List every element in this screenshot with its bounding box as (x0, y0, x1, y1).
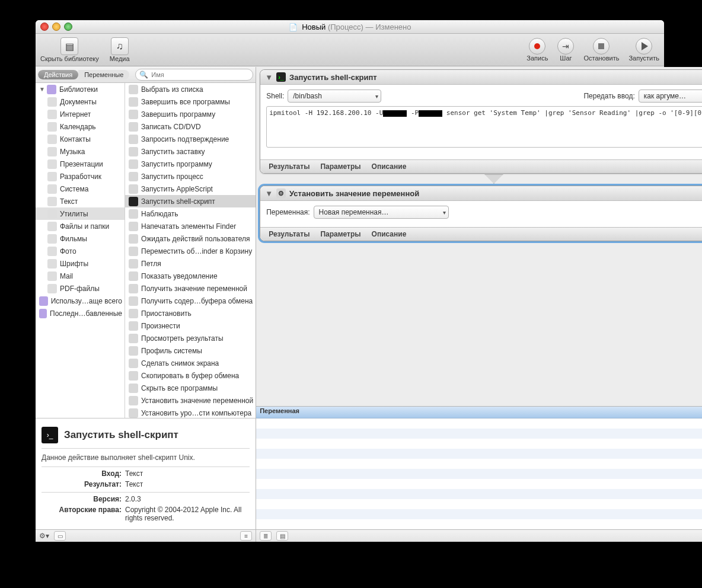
stop-button[interactable]: Остановить (583, 38, 619, 62)
disclosure-icon[interactable]: ▼ (265, 73, 273, 82)
action-item[interactable]: Установить значение переменной (125, 394, 256, 407)
category-item[interactable]: Mail (36, 270, 125, 282)
pass-input-value: как аргуме… (644, 92, 686, 100)
tab-results[interactable]: Результаты (269, 162, 309, 171)
action-item[interactable]: Сделать снимок экрана (125, 357, 256, 369)
action-item[interactable]: Завершить все программы (125, 95, 256, 108)
action-item[interactable]: Наблюдать (125, 207, 256, 220)
script-textarea[interactable]: ipmitool -H 192.168.200.10 -U -P sensor … (266, 106, 702, 148)
close-window-button[interactable] (40, 23, 49, 31)
run-button[interactable]: Запустить (628, 38, 659, 62)
gear-menu-icon[interactable]: ⚙︎▾ (39, 532, 49, 540)
action-item[interactable]: Произнести (125, 319, 256, 332)
action-item[interactable]: Скопировать в буфер обмена (125, 369, 256, 382)
category-most-used[interactable]: Использу…аще всего (36, 295, 125, 307)
tab-options[interactable]: Параметры (320, 230, 360, 238)
category-icon (47, 122, 57, 132)
tab-actions[interactable]: Действия (38, 70, 78, 79)
action-item[interactable]: Показать уведомление (125, 270, 256, 282)
action-header[interactable]: ▼ ⚙︎ Установить значение переменной ✕ (260, 186, 702, 201)
action-item[interactable]: Запустить заставку (125, 145, 256, 158)
record-button[interactable]: Запись (526, 38, 548, 62)
action-item[interactable]: Напечатать элементы Finder (125, 220, 256, 232)
category-item[interactable]: Интернет (36, 108, 125, 120)
action-item[interactable]: Ожидать действий пользователя (125, 232, 256, 245)
variable-label: Переменная: (266, 208, 309, 216)
action-set-variable[interactable]: ▼ ⚙︎ Установить значение переменной ✕ Пе… (260, 186, 702, 241)
action-item[interactable]: Получить содер…буфера обмена (125, 295, 256, 307)
action-item[interactable]: Скрыть все программы (125, 382, 256, 394)
tab-variables[interactable]: Переменные (78, 70, 129, 79)
step-button[interactable]: ⇥ Шаг (557, 38, 574, 62)
action-item[interactable]: Запросить подтверждение (125, 133, 256, 145)
action-label: Профиль системы (141, 347, 202, 355)
action-item[interactable]: Выбрать из списка (125, 83, 256, 95)
category-icon (47, 234, 57, 244)
category-item[interactable]: Разработчик (36, 170, 125, 183)
action-label: Запустить AppleScript (141, 185, 213, 193)
action-item[interactable]: Петля (125, 257, 256, 270)
category-item[interactable]: Документы (36, 95, 125, 108)
action-icon (129, 135, 138, 144)
category-label: Mail (60, 272, 73, 280)
pass-input-select[interactable]: как аргуме… (639, 90, 702, 103)
variables-header[interactable]: Переменная (256, 407, 702, 418)
category-item[interactable]: PDF-файлы (36, 282, 125, 295)
action-run-shell-script[interactable]: ▼ ›_ Запустить shell-скрипт ✕ Shell: /bi… (260, 69, 702, 174)
action-item[interactable]: Приостановить (125, 307, 256, 319)
list-view-button[interactable]: ≣ (260, 531, 272, 541)
category-item[interactable]: Презентации (36, 158, 125, 170)
category-icon (47, 209, 57, 219)
column-view-button[interactable]: ≡ (240, 531, 252, 541)
action-header[interactable]: ▼ ›_ Запустить shell-скрипт ✕ (260, 70, 702, 85)
action-item[interactable]: Запустить AppleScript (125, 183, 256, 195)
variables-body[interactable] (256, 418, 702, 529)
action-item[interactable]: Переместить об…inder в Корзину (125, 245, 256, 257)
category-item[interactable]: Контакты (36, 133, 125, 145)
category-item[interactable]: Утилиты (36, 207, 125, 220)
action-item[interactable]: Запустить процесс (125, 170, 256, 183)
search-input[interactable] (150, 71, 249, 79)
disclosure-icon[interactable]: ▼ (265, 189, 273, 198)
category-item[interactable]: Фото (36, 245, 125, 257)
tab-description[interactable]: Описание (372, 162, 407, 171)
category-item[interactable]: Шрифты (36, 257, 125, 270)
workflow-canvas[interactable]: ▼ ›_ Запустить shell-скрипт ✕ Shell: /bi… (256, 67, 702, 406)
action-item[interactable]: Запустить shell-скрипт (125, 195, 256, 207)
category-recent[interactable]: Последн…бавленные (36, 307, 125, 319)
category-root[interactable]: ▼Библиотеки (36, 83, 125, 95)
category-item[interactable]: Текст (36, 195, 125, 207)
action-icon (129, 97, 138, 107)
category-item[interactable]: Файлы и папки (36, 220, 125, 232)
toggle-description-button[interactable]: ▭ (54, 531, 66, 541)
action-item[interactable]: Запустить программу (125, 158, 256, 170)
variable-select[interactable]: Новая переменная… (314, 206, 449, 219)
action-item[interactable]: Получить значение переменной (125, 282, 256, 295)
action-list[interactable]: Выбрать из спискаЗавершить все программы… (125, 83, 256, 418)
log-view-button[interactable]: ▤ (276, 531, 288, 541)
media-button[interactable]: ♫ Медиа (110, 37, 130, 62)
action-item[interactable]: Установить уро…сти компьютера (125, 407, 256, 418)
body: Действия Переменные 🔍 ▼БиблиотекиДокумен… (36, 66, 664, 542)
shell-select[interactable]: /bin/bash (288, 90, 381, 103)
description-title: Запустить shell-скрипт (64, 429, 178, 441)
action-item[interactable]: Завершить программу (125, 108, 256, 120)
category-item[interactable]: Система (36, 183, 125, 195)
hide-library-button[interactable]: ▤ Скрыть библиотеку (40, 37, 99, 62)
action-item[interactable]: Профиль системы (125, 344, 256, 357)
category-item[interactable]: Календарь (36, 120, 125, 133)
action-label: Выбрать из списка (141, 85, 203, 94)
disclosure-icon[interactable]: ▼ (39, 86, 44, 92)
action-label: Запустить shell-скрипт (141, 197, 215, 206)
action-item[interactable]: Просмотреть результаты (125, 332, 256, 344)
tab-results[interactable]: Результаты (269, 230, 309, 238)
tab-description[interactable]: Описание (372, 230, 407, 238)
action-icon (129, 234, 138, 244)
minimize-window-button[interactable] (52, 23, 60, 31)
category-item[interactable]: Музыка (36, 145, 125, 158)
tab-options[interactable]: Параметры (320, 162, 360, 171)
zoom-window-button[interactable] (64, 23, 72, 31)
category-list[interactable]: ▼БиблиотекиДокументыИнтернетКалендарьКон… (36, 83, 125, 418)
category-item[interactable]: Фильмы (36, 232, 125, 245)
action-item[interactable]: Записать CD/DVD (125, 120, 256, 133)
